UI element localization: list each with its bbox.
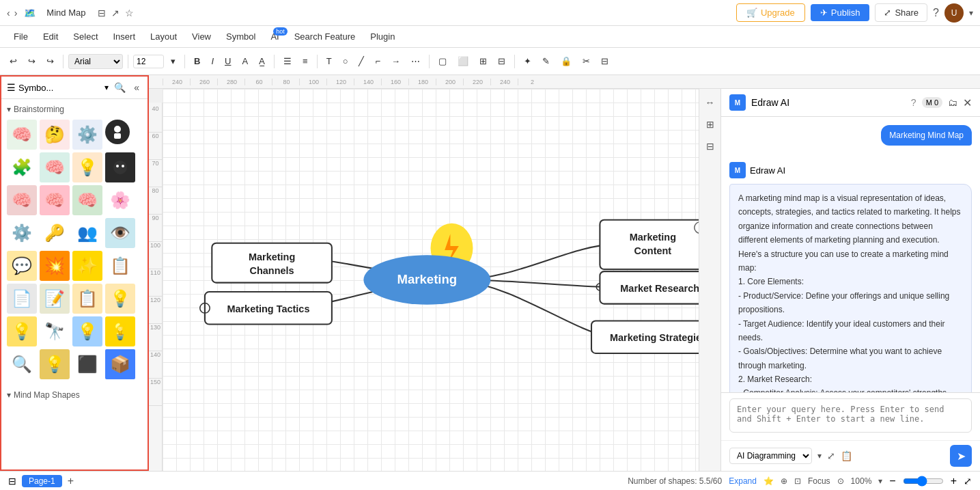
help-icon[interactable]: ? (933, 7, 939, 19)
marketing-content-node[interactable] (600, 220, 699, 269)
redo-button[interactable]: ↪ (24, 54, 40, 68)
ai-footer-btn-1[interactable]: ⤢ (827, 450, 835, 461)
zoom-in-button[interactable]: + (951, 475, 957, 487)
symbol-item[interactable]: 👁️ (105, 218, 135, 248)
symbol-item[interactable]: 🧩 (7, 152, 37, 182)
layer-icon[interactable]: ⊕ (781, 476, 787, 486)
page-layout-button[interactable]: ⊟ (8, 476, 16, 487)
account-dropdown-icon[interactable]: ▾ (969, 8, 973, 18)
symbol-item[interactable]: ⚙️ (7, 218, 37, 248)
font-color-button[interactable]: A (238, 54, 252, 68)
symbol-search-button[interactable]: 🔍 (111, 81, 128, 94)
ai-close-button[interactable]: ✕ (963, 96, 972, 109)
cut-button[interactable]: ✂ (578, 54, 594, 68)
symbol-item[interactable]: 📄 (7, 284, 37, 314)
menu-symbol[interactable]: Symbol (219, 29, 262, 44)
right-panel-btn-2[interactable]: ⊞ (702, 116, 718, 133)
lock-button[interactable]: 🔒 (557, 54, 576, 68)
menu-plugin[interactable]: Plugin (363, 29, 402, 44)
text-button[interactable]: T (322, 54, 336, 68)
menu-layout[interactable]: Layout (143, 29, 184, 44)
symbol-item[interactable]: ⬛ (72, 349, 102, 379)
italic-button[interactable]: I (207, 54, 218, 68)
font-size-down[interactable]: ▾ (167, 54, 180, 68)
marketing-channels-node[interactable] (212, 243, 332, 283)
ai-history-button[interactable]: 🗂 (948, 97, 957, 108)
symbol-item[interactable]: 💡 (105, 316, 135, 346)
menu-search[interactable]: Search Feature (288, 29, 363, 44)
ai-mode-select[interactable]: AI Diagramming (729, 448, 812, 464)
symbol-item[interactable]: 🔑 (40, 218, 70, 248)
menu-view[interactable]: View (185, 29, 218, 44)
symbol-item[interactable]: 📝 (40, 284, 70, 314)
focus-icon[interactable]: ⊡ (794, 476, 801, 486)
menu-select[interactable]: Select (66, 29, 104, 44)
symbol-item[interactable]: 🤔 (40, 120, 70, 150)
dash-button[interactable]: ⋯ (407, 54, 424, 68)
symbol-item[interactable] (105, 152, 135, 182)
publish-button[interactable]: ✈ Publish (811, 4, 870, 21)
menu-edit[interactable]: Edit (36, 29, 65, 44)
symbol-item[interactable]: 👥 (72, 218, 102, 248)
forward-icon[interactable]: › (14, 8, 18, 18)
export-icon[interactable]: ↗ (111, 8, 120, 18)
symbol-item[interactable]: ✨ (72, 251, 102, 281)
table-button[interactable]: ⊞ (475, 54, 491, 68)
zoom-dropdown[interactable]: ▾ (878, 476, 882, 486)
menu-file[interactable]: File (7, 29, 35, 44)
sparkle-button[interactable]: ✦ (520, 54, 535, 68)
symbol-item[interactable]: 🧠 (7, 185, 37, 215)
symbol-item[interactable]: 💥 (40, 251, 70, 281)
line-button[interactable]: ╱ (354, 54, 368, 68)
symbol-item[interactable]: 💡 (40, 349, 70, 379)
symbol-item[interactable]: 💡 (72, 316, 102, 346)
symbol-item[interactable]: ⚙️ (72, 120, 102, 150)
symbol-item[interactable]: 📦 (105, 349, 135, 379)
ai-footer-btn-2[interactable]: 📋 (841, 450, 852, 461)
ai-mode-dropdown[interactable]: ▾ (817, 451, 822, 461)
right-panel-btn-1[interactable]: ↔ (702, 94, 718, 111)
symbol-item[interactable]: 🌸 (105, 185, 135, 215)
zoom-out-button[interactable]: − (889, 475, 895, 487)
grid-button[interactable]: ⊟ (494, 54, 509, 68)
grid2-button[interactable]: ⊟ (597, 54, 613, 68)
symbol-item[interactable]: 🧠 (7, 120, 37, 150)
symbol-item[interactable]: 📋 (72, 284, 102, 314)
mindmap-shapes-header[interactable]: ▾ Mind Map Shapes (7, 387, 142, 403)
symbol-collapse-button[interactable]: « (131, 81, 142, 94)
ai-chat-content[interactable]: Marketing Mind Map M Edraw AI A marketin… (721, 117, 980, 392)
ai-input-field[interactable] (729, 398, 972, 433)
expand-button[interactable]: Expand (729, 476, 757, 486)
symbol-item[interactable]: 🧠 (40, 185, 70, 215)
focus-label[interactable]: Focus (808, 476, 830, 486)
redo2-button[interactable]: ↩ (42, 54, 58, 68)
font-family-select[interactable]: Arial (68, 54, 123, 69)
brainstorming-header[interactable]: ▾ Brainstorming (7, 102, 142, 117)
frame-button[interactable]: ▢ (434, 54, 451, 68)
symbol-item[interactable]: 💡 (7, 316, 37, 346)
symbol-item[interactable]: 📋 (105, 251, 135, 281)
fullscreen-button[interactable]: ⤢ (964, 476, 972, 487)
bold-button[interactable]: B (190, 54, 204, 68)
font-size-input[interactable] (133, 55, 164, 68)
align-more-button[interactable]: ≡ (298, 54, 312, 68)
star-icon[interactable]: ☆ (125, 8, 134, 18)
current-page-tab[interactable]: Page-1 (22, 475, 62, 487)
symbol-item[interactable]: 🔍 (7, 349, 37, 379)
ai-help-icon[interactable]: ? (911, 97, 916, 108)
underline-button[interactable]: U (221, 54, 235, 68)
symbol-item[interactable]: 💡 (105, 284, 135, 314)
font-bg-button[interactable]: A̲ (255, 54, 269, 68)
align-center-button[interactable]: ☰ (279, 54, 296, 68)
connector-button[interactable]: ⌐ (371, 54, 384, 68)
arrow-button[interactable]: → (387, 54, 404, 68)
share-button[interactable]: ⤢ Share (875, 3, 927, 22)
symbol-item[interactable]: 💡 (72, 152, 102, 182)
panel-dropdown-icon[interactable]: ▾ (104, 83, 109, 92)
canvas-area[interactable]: Marketing Marketing Content i Market Res… (163, 89, 699, 471)
symbol-item[interactable]: 🧠 (72, 185, 102, 215)
symbol-item[interactable] (105, 120, 130, 144)
symbol-item[interactable]: 💬 (7, 251, 37, 281)
menu-insert[interactable]: Insert (107, 29, 143, 44)
undo-button[interactable]: ↩ (5, 54, 21, 68)
